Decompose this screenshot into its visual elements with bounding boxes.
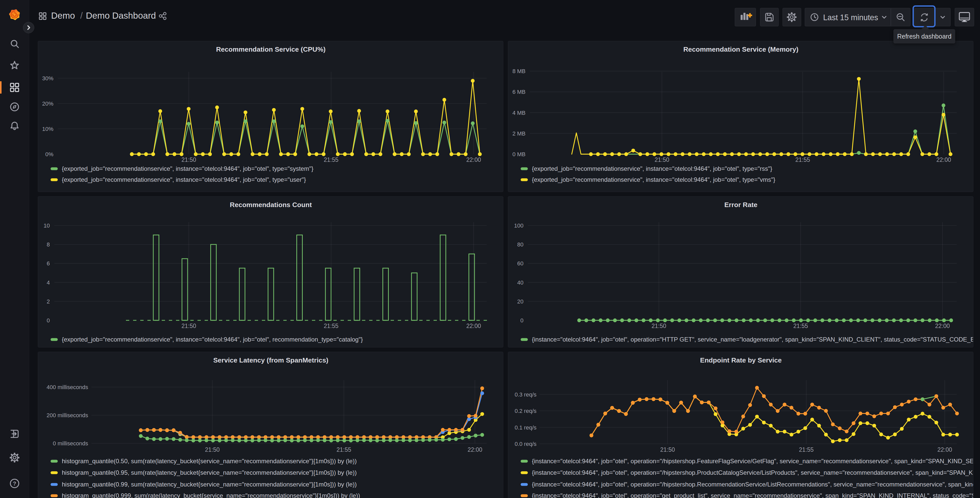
svg-text:10: 10 (44, 222, 50, 229)
svg-text:6 MB: 6 MB (512, 89, 525, 95)
svg-text:histogram_quantile(0.50, sum(r: histogram_quantile(0.50, sum(rate(latenc… (62, 458, 356, 464)
svg-text:10%: 10% (42, 126, 53, 132)
svg-text:{instance="otelcol:9464", job=: {instance="otelcol:9464", job="otel", op… (532, 336, 974, 343)
svg-text:Error Rate: Error Rate (724, 201, 757, 209)
svg-text:0: 0 (47, 317, 50, 324)
svg-text:80: 80 (517, 241, 523, 248)
svg-text:{exported_job="recommendations: {exported_job="recommendationservice", i… (62, 165, 313, 172)
svg-text:0 MB: 0 MB (512, 151, 525, 158)
svg-text:21:50: 21:50 (181, 156, 196, 163)
svg-text:0: 0 (520, 317, 523, 324)
svg-text:Service Latency (from SpanMetr: Service Latency (from SpanMetrics) (213, 356, 329, 364)
svg-text:{exported_job="recommendations: {exported_job="recommendationservice", i… (532, 165, 772, 172)
svg-text:22:00: 22:00 (466, 156, 481, 163)
svg-text:200 milliseconds: 200 milliseconds (46, 412, 88, 418)
svg-text:{instance="otelcol:9464", job=: {instance="otelcol:9464", job="otel", op… (532, 458, 974, 464)
svg-text:2 MB: 2 MB (512, 130, 525, 137)
svg-text:4: 4 (47, 279, 50, 286)
svg-text:0.3 req/s: 0.3 req/s (514, 391, 536, 398)
svg-text:22:00: 22:00 (468, 446, 482, 453)
svg-text:0.1 req/s: 0.1 req/s (514, 425, 536, 431)
svg-text:21:55: 21:55 (324, 322, 339, 329)
svg-text:20%: 20% (42, 101, 53, 107)
svg-text:{instance="otelcol:9464", job=: {instance="otelcol:9464", job="otel", op… (532, 481, 974, 488)
svg-text:20: 20 (517, 298, 523, 305)
svg-text:{instance="otelcol:9464", job=: {instance="otelcol:9464", job="otel", op… (532, 492, 974, 498)
svg-text:400 milliseconds: 400 milliseconds (46, 384, 88, 390)
svg-text:Recommendations Count: Recommendations Count (230, 201, 312, 209)
svg-text:21:55: 21:55 (795, 156, 810, 163)
svg-text:0.2 req/s: 0.2 req/s (514, 408, 536, 414)
svg-text:21:50: 21:50 (181, 322, 196, 329)
svg-text:4 MB: 4 MB (512, 110, 525, 116)
svg-text:Recommendation Service (CPU%): Recommendation Service (CPU%) (216, 46, 326, 53)
svg-text:22:00: 22:00 (935, 322, 950, 329)
svg-text:21:55: 21:55 (336, 446, 351, 453)
svg-text:0.0 req/s: 0.0 req/s (514, 441, 536, 447)
svg-text:{exported_job="recommendations: {exported_job="recommendationservice", i… (532, 176, 775, 183)
svg-text:histogram_quantile(0.95, sum(r: histogram_quantile(0.95, sum(rate(latenc… (62, 469, 356, 476)
svg-text:21:50: 21:50 (660, 446, 675, 453)
svg-text:Recommendation Service (Memory: Recommendation Service (Memory) (683, 46, 799, 53)
svg-text:{exported_job="recommendations: {exported_job="recommendationservice", i… (62, 176, 306, 183)
svg-text:22:00: 22:00 (937, 446, 952, 453)
svg-text:8: 8 (47, 241, 50, 248)
svg-text:{instance="otelcol:9464", job=: {instance="otelcol:9464", job="otel", op… (532, 469, 974, 476)
svg-text:21:50: 21:50 (651, 322, 666, 329)
svg-text:8 MB: 8 MB (512, 68, 525, 74)
svg-text:60: 60 (517, 260, 523, 267)
svg-text:6: 6 (47, 260, 50, 267)
svg-text:22:00: 22:00 (936, 156, 951, 163)
svg-text:histogram_quantile(0.99, sum(r: histogram_quantile(0.99, sum(rate(latenc… (62, 481, 356, 488)
svg-text:21:55: 21:55 (799, 446, 814, 453)
svg-text:0%: 0% (45, 151, 53, 158)
svg-text:21:50: 21:50 (205, 446, 220, 453)
svg-text:40: 40 (517, 279, 523, 286)
svg-text:100: 100 (514, 222, 523, 229)
svg-text:{exported_job="recommendations: {exported_job="recommendationservice", i… (62, 336, 363, 343)
svg-text:21:55: 21:55 (793, 322, 808, 329)
svg-text:22:00: 22:00 (466, 322, 481, 329)
svg-text:21:55: 21:55 (324, 156, 339, 163)
svg-text:2: 2 (47, 298, 50, 305)
svg-text:Endpoint Rate by Service: Endpoint Rate by Service (700, 356, 782, 364)
svg-text:0 milliseconds: 0 milliseconds (53, 440, 88, 447)
svg-text:30%: 30% (42, 75, 53, 81)
svg-text:21:50: 21:50 (654, 156, 669, 163)
svg-text:histogram_quantile(0.999, sum(: histogram_quantile(0.999, sum(rate(laten… (62, 492, 360, 498)
svg-text:?: ? (13, 480, 16, 487)
